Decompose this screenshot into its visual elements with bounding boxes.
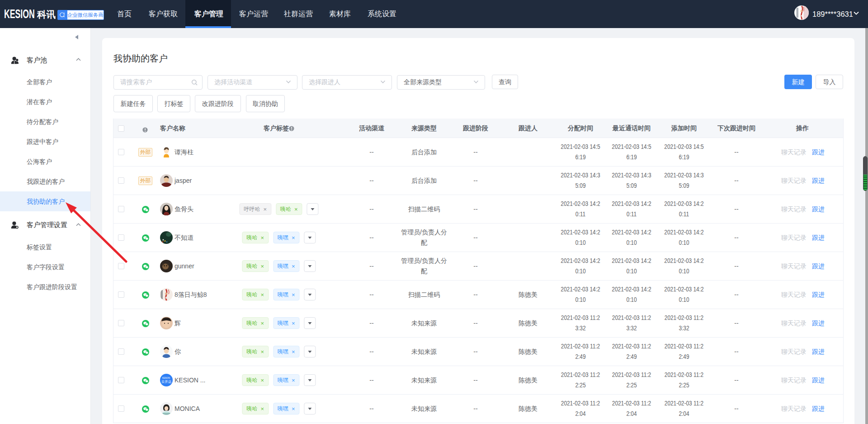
- svg-text:云开店: 云开店: [161, 380, 172, 384]
- svg-text:KESION·: KESION·: [162, 377, 171, 379]
